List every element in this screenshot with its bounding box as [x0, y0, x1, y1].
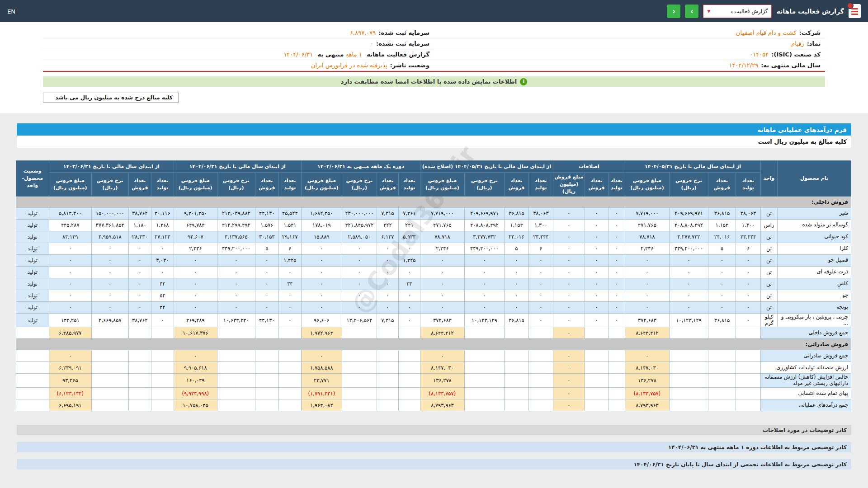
info-icon: i — [520, 78, 527, 85]
data-cell: ۳۶,۸۱۵ — [708, 207, 736, 219]
empty-cell — [398, 350, 420, 362]
empty-cell — [128, 399, 151, 411]
data-cell: ۴۶۹,۲۸۹ — [174, 313, 217, 327]
empty-cell — [608, 388, 625, 399]
empty-cell — [377, 350, 398, 362]
data-cell: ۰ — [174, 266, 217, 278]
data-cell: ۴۱۲,۲۹۹,۴۹۲ — [217, 219, 255, 231]
empty-cell — [528, 399, 553, 411]
data-cell: ۰ — [553, 301, 585, 313]
section-row: فروش داخلی: — [16, 196, 851, 207]
empty-cell — [278, 350, 301, 362]
empty-cell — [464, 399, 504, 411]
data-cell: ۰ — [670, 301, 708, 313]
data-cell: ۱۷۸,۰۱۹ — [301, 219, 342, 231]
status-cell: تولید — [16, 290, 49, 301]
product-row: جوتن۰۰۰۰۰۰۰۰۰۰۰۰۰۰۰۰۰۰۰۵۳۰۰۰تولید — [16, 290, 851, 301]
unit-cell: تن — [761, 301, 778, 313]
data-cell: ۳,۰۳۰ — [151, 254, 174, 266]
data-cell: ۵ — [504, 243, 528, 254]
sub-column-header: مبلغ فروش (میلیون ریال) — [174, 173, 217, 197]
empty-cell — [377, 399, 398, 411]
empty-cell — [151, 399, 174, 411]
period-group-header: دوره یک ماهه منتهی به ۱۴۰۴/۰۶/۳۱ — [301, 161, 420, 173]
data-cell: ۰ — [608, 231, 625, 243]
empty-cell — [736, 327, 761, 339]
data-cell: ۰ — [174, 301, 217, 313]
data-cell: ۰ — [553, 266, 585, 278]
notice-text: اطلاعات نمایش داده شده با اطلاعات امضا ش… — [341, 78, 517, 85]
empty-cell — [377, 388, 398, 399]
sub-column-header: تعداد فروش — [504, 173, 528, 197]
data-cell: ۰ — [420, 254, 464, 266]
next-report-button[interactable]: › — [685, 5, 698, 18]
form-title-bar: فرم درآمدهای عملیاتی ماهانه — [17, 123, 851, 136]
product-row: کلشتن۰۰۰۰۰۰۰۰۰۰۰۳۴۰۰۰۳۴۰۰۰۴۳۰۰۰تولید — [16, 278, 851, 290]
info-value: کشت و دام قیام اصفهان — [736, 29, 797, 36]
data-cell: ۰ — [585, 266, 608, 278]
data-cell: ۰ — [255, 278, 278, 290]
period-group-header: از ابتدای سال مالی تا تاریخ ۱۴۰۴/۰۵/۳۱ (… — [420, 161, 553, 173]
empty-cell — [528, 327, 553, 339]
data-cell: ۰ — [49, 254, 91, 266]
language-toggle[interactable]: EN — [7, 8, 15, 15]
data-cell: ۷,۳۱۵ — [377, 207, 398, 219]
sum-amount-cell: (۹,۹۲۴,۹۹۸) — [174, 388, 217, 399]
data-cell: ۰ — [670, 254, 708, 266]
sum-row: جمع فروش داخلی۸,۶۴۴,۴۱۲۰۸,۶۴۴,۴۱۲۱,۹۷۲,۹… — [16, 327, 851, 339]
status-cell: تولید — [16, 313, 49, 327]
previous-report-button[interactable]: ‹ — [667, 5, 680, 18]
data-cell: ۰ — [377, 290, 398, 301]
empty-cell — [670, 362, 708, 374]
data-cell: ۰ — [553, 313, 585, 327]
data-cell: ۰ — [342, 278, 377, 290]
data-cell: ۰ — [301, 278, 342, 290]
info-value: ۱۴۰۴/۰۶/۳۱ — [283, 51, 313, 58]
navbar-right-group: گزارش فعالیت ماهانه گزارش فعالیت د ▼ › ‹ — [667, 4, 861, 18]
data-cell: ۶ — [736, 243, 761, 254]
data-cell: ۰ — [128, 254, 151, 266]
status-empty-cell — [16, 399, 49, 411]
status-cell: تولید — [16, 301, 49, 313]
header-sub-row: تعداد تولیدتعداد فروشنرخ فروش (ریال)مبلغ… — [16, 173, 851, 197]
data-cell: ۱۰,۱۲۳,۱۲۹ — [464, 313, 504, 327]
data-cell: ۰ — [736, 290, 761, 301]
empty-cell — [504, 362, 528, 374]
empty-cell — [91, 350, 128, 362]
data-cell: ۰ — [217, 301, 255, 313]
data-cell: ۰ — [377, 301, 398, 313]
report-type-dropdown[interactable]: گزارش فعالیت د ▼ — [703, 5, 772, 18]
sub-column-header: تعداد فروش — [255, 173, 278, 197]
footer-note-bar: کادر توضیحات در مورد اصلاحات — [17, 425, 851, 435]
data-cell: ۰ — [504, 266, 528, 278]
data-cell: ۰ — [736, 254, 761, 266]
data-cell: ۱,۱۸۰ — [128, 219, 151, 231]
data-cell: ۰ — [464, 278, 504, 290]
sum-amount-cell: ۱۰,۷۵۸,۰۴۵ — [174, 399, 217, 411]
product-name-cell: کود حیوانی — [778, 231, 851, 243]
data-cell: ۰ — [708, 266, 736, 278]
product-name-cell: کلزا — [778, 243, 851, 254]
sum-amount-cell: ۸,۶۴۴,۴۱۲ — [420, 327, 464, 339]
footer-note-bar: کادر توضیحی مربوط به اطلاعات دوره ۱ ماهه… — [17, 442, 851, 452]
empty-cell — [464, 374, 504, 388]
product-name-cell: ذرت علوفه ای — [778, 266, 851, 278]
empty-cell — [464, 350, 504, 362]
header-group-row: نام محصولواحداز ابتدای سال مالی تا تاریخ… — [16, 161, 851, 173]
empty-cell — [464, 362, 504, 374]
sum-amount-cell: ۸,۷۹۳,۹۶۳ — [625, 399, 669, 411]
company-info-row: کد صنعت (ISIC):۰۱۴۰۵۴ — [434, 49, 825, 60]
data-cell: ۰ — [585, 290, 608, 301]
data-cell: ۰ — [49, 243, 91, 254]
data-cell: ۰ — [608, 219, 625, 231]
data-cell: ۲۷,۱۲۲ — [151, 231, 174, 243]
empty-cell — [585, 350, 608, 362]
data-cell: ۴۴۹,۲۰۰,۰۰۰ — [464, 243, 504, 254]
empty-cell — [342, 327, 377, 339]
empty-cell — [504, 388, 528, 399]
product-name-cell: قصیل جو — [778, 254, 851, 266]
sum-amount-cell: ۱,۹۶۴,۰۸۲ — [301, 399, 342, 411]
amounts-unit-note: کلیه مبالغ درج شده به میلیون ریال می باش… — [43, 93, 179, 103]
status-empty-cell — [16, 350, 49, 362]
company-info-row: سرمایه ثبت نشده:۰ — [43, 38, 434, 49]
